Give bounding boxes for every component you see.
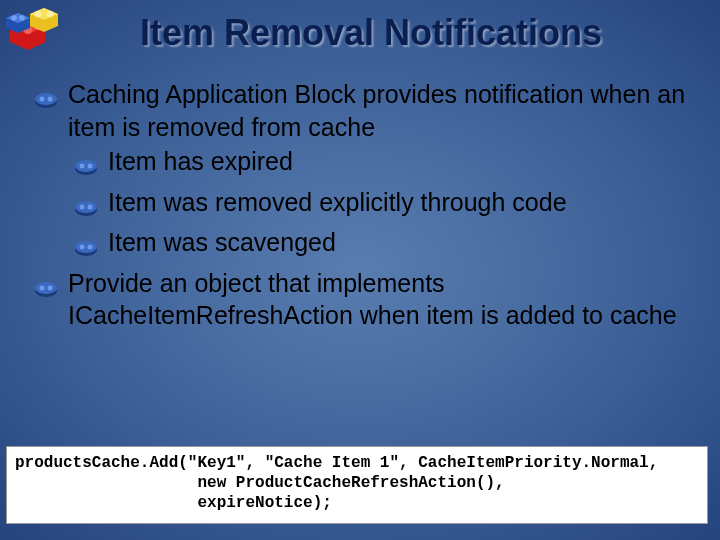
svg-point-19 [75, 160, 97, 172]
bullet-text: Item has expired [108, 145, 702, 178]
code-sample: productsCache.Add("Key1", "Cache Item 1"… [6, 446, 708, 524]
bullet-level2: Item was removed explicitly through code [30, 186, 702, 225]
bullet-text: Item was removed explicitly through code [108, 186, 702, 219]
lego-logo [6, 4, 64, 54]
code-line: new ProductCacheRefreshAction(), [15, 474, 505, 492]
bullet-text: Item was scavenged [108, 226, 702, 259]
svg-point-16 [40, 97, 45, 102]
svg-point-25 [88, 204, 93, 209]
bullet-level2: Item has expired [30, 145, 702, 184]
svg-point-9 [47, 11, 53, 17]
svg-point-29 [88, 245, 93, 250]
bullet-text: Provide an object that implements ICache… [68, 267, 702, 332]
bullet-level2: Item was scavenged [30, 226, 702, 265]
code-line: productsCache.Add("Key1", "Cache Item 1"… [15, 454, 658, 472]
svg-point-12 [11, 15, 17, 21]
svg-point-24 [80, 204, 85, 209]
svg-point-33 [48, 285, 53, 290]
svg-point-23 [75, 201, 97, 213]
slide-title: Item Removal Notifications [140, 12, 700, 54]
svg-point-20 [80, 164, 85, 169]
bullet-level1: Provide an object that implements ICache… [30, 267, 702, 332]
svg-point-27 [75, 241, 97, 253]
slide-body: Caching Application Block provides notif… [30, 78, 702, 334]
svg-point-15 [35, 93, 57, 105]
bullet-brick-icon [74, 192, 98, 225]
bullet-brick-icon [74, 151, 98, 184]
bullet-brick-icon [34, 84, 58, 117]
code-line: expireNotice); [15, 494, 332, 512]
svg-point-17 [48, 97, 53, 102]
bullet-brick-icon [74, 232, 98, 265]
svg-point-8 [35, 11, 41, 17]
svg-point-13 [19, 15, 25, 21]
bullet-brick-icon [34, 273, 58, 306]
bullet-text: Caching Application Block provides notif… [68, 78, 702, 143]
bullet-level1: Caching Application Block provides notif… [30, 78, 702, 143]
svg-point-21 [88, 164, 93, 169]
svg-point-32 [40, 285, 45, 290]
svg-point-31 [35, 282, 57, 294]
svg-point-28 [80, 245, 85, 250]
